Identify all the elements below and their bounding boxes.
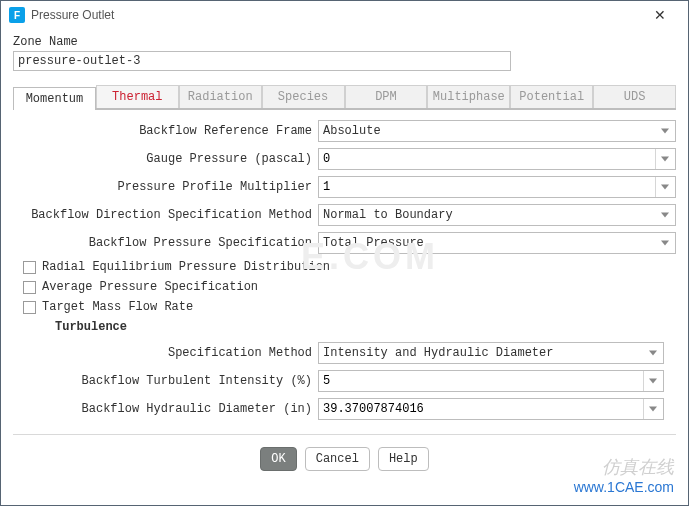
checkbox-icon	[23, 301, 36, 314]
turb-spec-value: Intensity and Hydraulic Diameter	[323, 346, 553, 360]
radial-label: Radial Equilibrium Pressure Distribution	[42, 260, 330, 274]
ok-button[interactable]: OK	[260, 447, 296, 471]
tab-uds[interactable]: UDS	[593, 85, 676, 108]
dir-method-select[interactable]: Normal to Boundary	[318, 204, 676, 226]
radial-checkbox[interactable]: Radial Equilibrium Pressure Distribution	[23, 260, 676, 274]
ref-frame-label: Backflow Reference Frame	[13, 124, 318, 138]
turb-intensity-value[interactable]	[323, 374, 637, 388]
chevron-down-icon	[661, 185, 669, 190]
turb-diameter-input[interactable]	[318, 398, 664, 420]
tab-dpm[interactable]: DPM	[345, 85, 428, 108]
gauge-value[interactable]	[323, 152, 649, 166]
chevron-down-icon	[661, 129, 669, 134]
press-spec-value: Total Pressure	[323, 236, 424, 250]
tab-potential[interactable]: Potential	[510, 85, 593, 108]
close-button[interactable]: ✕	[640, 3, 680, 27]
turb-diameter-label: Backflow Hydraulic Diameter (in)	[53, 402, 318, 416]
titlebar: F Pressure Outlet ✕	[1, 1, 688, 29]
press-spec-select[interactable]: Total Pressure	[318, 232, 676, 254]
tab-multiphase[interactable]: Multiphase	[427, 85, 510, 108]
chevron-down-icon	[649, 379, 657, 384]
tab-thermal[interactable]: Thermal	[96, 85, 179, 108]
cancel-button[interactable]: Cancel	[305, 447, 370, 471]
tabbar: Momentum Thermal Radiation Species DPM M…	[13, 85, 676, 110]
chevron-down-icon	[649, 351, 657, 356]
multiplier-input[interactable]	[318, 176, 676, 198]
button-bar: OK Cancel Help	[13, 434, 676, 471]
turb-intensity-input[interactable]	[318, 370, 664, 392]
window-title: Pressure Outlet	[31, 8, 114, 22]
chevron-down-icon	[661, 213, 669, 218]
multiplier-label: Pressure Profile Multiplier	[13, 180, 318, 194]
turb-intensity-label: Backflow Turbulent Intensity (%)	[53, 374, 318, 388]
turb-spec-select[interactable]: Intensity and Hydraulic Diameter	[318, 342, 664, 364]
turb-diameter-value[interactable]	[323, 402, 637, 416]
turb-spec-label: Specification Method	[53, 346, 318, 360]
tab-radiation[interactable]: Radiation	[179, 85, 262, 108]
dir-method-label: Backflow Direction Specification Method	[13, 208, 318, 222]
gauge-label: Gauge Pressure (pascal)	[13, 152, 318, 166]
zone-name-input[interactable]	[13, 51, 511, 71]
multiplier-value[interactable]	[323, 180, 649, 194]
ref-frame-value: Absolute	[323, 124, 381, 138]
target-checkbox[interactable]: Target Mass Flow Rate	[23, 300, 676, 314]
turbulence-title: Turbulence	[55, 320, 676, 334]
dir-method-value: Normal to Boundary	[323, 208, 453, 222]
avg-checkbox[interactable]: Average Pressure Specification	[23, 280, 676, 294]
press-spec-label: Backflow Pressure Specification	[13, 236, 318, 250]
chevron-down-icon	[661, 157, 669, 162]
watermark-line2: www.1CAE.com	[574, 479, 674, 495]
help-button[interactable]: Help	[378, 447, 429, 471]
target-label: Target Mass Flow Rate	[42, 300, 193, 314]
chevron-down-icon	[661, 241, 669, 246]
avg-label: Average Pressure Specification	[42, 280, 258, 294]
chevron-down-icon	[649, 407, 657, 412]
tab-momentum[interactable]: Momentum	[13, 87, 96, 110]
checkbox-icon	[23, 261, 36, 274]
zone-name-label: Zone Name	[13, 35, 676, 49]
tab-species[interactable]: Species	[262, 85, 345, 108]
checkbox-icon	[23, 281, 36, 294]
gauge-input[interactable]	[318, 148, 676, 170]
app-icon: F	[9, 7, 25, 23]
ref-frame-select[interactable]: Absolute	[318, 120, 676, 142]
